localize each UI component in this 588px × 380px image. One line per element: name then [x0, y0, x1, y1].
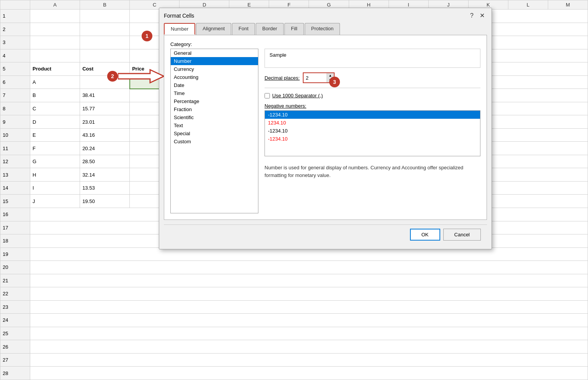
corner-header — [0, 0, 30, 10]
tab-font[interactable]: Font — [232, 23, 255, 35]
cell-rest-28[interactable] — [30, 367, 588, 380]
negative-option-2[interactable]: 1234.10 — [265, 119, 480, 127]
category-date[interactable]: Date — [171, 81, 258, 89]
dialog-help-button[interactable]: ? — [468, 11, 476, 20]
category-accounting[interactable]: Accounting — [171, 73, 258, 81]
row-14-header: 14 — [0, 181, 30, 195]
cell-a1[interactable] — [30, 10, 80, 23]
col-b-header[interactable]: B — [80, 0, 130, 10]
row-9-header: 9 — [0, 115, 30, 129]
row-20-header: 20 — [0, 261, 30, 274]
cell-b4[interactable] — [80, 49, 130, 62]
row-13-header: 13 — [0, 168, 30, 182]
cell-b9[interactable]: 23.01 — [80, 115, 130, 129]
cell-a13[interactable]: H — [30, 168, 80, 182]
separator-checkbox[interactable] — [265, 93, 270, 98]
cell-b15[interactable]: 19.50 — [80, 195, 130, 208]
cell-b10[interactable]: 43.16 — [80, 128, 130, 142]
row-6-header: 6 — [0, 75, 30, 89]
category-list-container[interactable]: General Number Currency Accounting Date … — [170, 49, 258, 213]
row-28-header: 28 — [0, 367, 30, 380]
tab-border[interactable]: Border — [256, 23, 284, 35]
step-1-annotation: 1 — [142, 31, 152, 41]
tab-alignment[interactable]: Alignment — [196, 23, 231, 35]
cell-a5[interactable]: Product — [30, 62, 80, 76]
row-15-header: 15 — [0, 195, 30, 208]
cell-b2[interactable] — [80, 23, 130, 36]
row-21-header: 21 — [0, 274, 30, 287]
tab-number[interactable]: Number — [164, 23, 195, 35]
col-m-header[interactable]: M — [548, 0, 588, 10]
cell-rest-23[interactable] — [30, 300, 588, 314]
cell-b14[interactable]: 13.53 — [80, 181, 130, 195]
cell-b8[interactable]: 15.77 — [80, 102, 130, 115]
separator-label[interactable]: Use 1000 Separator (,) — [272, 93, 323, 98]
cell-rest-27[interactable] — [30, 353, 588, 367]
decimal-places-label: Decimal places: — [265, 75, 300, 81]
negative-option-1[interactable]: -1234.10 — [265, 111, 480, 119]
separator-checkbox-row: Use 1000 Separator (,) — [265, 93, 480, 98]
decimal-places-input[interactable] — [304, 73, 327, 82]
category-fraction[interactable]: Fraction — [171, 105, 258, 113]
dialog-title: Format Cells — [164, 13, 194, 19]
cell-a3[interactable] — [30, 36, 80, 49]
row-18-header: 18 — [0, 234, 30, 248]
negative-list-container[interactable]: -1234.10 1234.10 -1234.10 -1234.10 — [265, 110, 480, 156]
negative-list: -1234.10 1234.10 -1234.10 -1234.10 — [265, 111, 480, 143]
cell-a15[interactable]: J — [30, 195, 80, 208]
category-currency[interactable]: Currency — [171, 65, 258, 73]
cancel-button[interactable]: Cancel — [443, 229, 481, 241]
cell-b11[interactable]: 20.24 — [80, 142, 130, 155]
category-custom[interactable]: Custom — [171, 138, 258, 146]
row-19-header: 19 — [0, 247, 30, 261]
cell-a11[interactable]: F — [30, 142, 80, 155]
cell-b13[interactable]: 32.14 — [80, 168, 130, 182]
cell-b12[interactable]: 28.50 — [80, 155, 130, 168]
category-time[interactable]: Time — [171, 89, 258, 97]
cell-a2[interactable] — [30, 23, 80, 36]
cell-rest-21[interactable] — [30, 274, 588, 287]
col-l-header[interactable]: L — [508, 0, 548, 10]
tab-protection[interactable]: Protection — [305, 23, 340, 35]
decimal-row: Decimal places: ▲ ▼ — [265, 72, 480, 83]
dialog-body: Category: General Number Currency Accoun… — [164, 35, 487, 220]
cell-rest-26[interactable] — [30, 340, 588, 354]
category-percentage[interactable]: Percentage — [171, 97, 258, 105]
dialog-close-button[interactable]: ✕ — [477, 11, 487, 20]
arrow-annotation — [118, 68, 164, 84]
cell-b1[interactable] — [80, 10, 130, 23]
cell-a10[interactable]: E — [30, 128, 80, 142]
cell-a6[interactable]: A — [30, 75, 80, 89]
negative-option-3[interactable]: -1234.10 — [265, 127, 480, 135]
cell-rest-24[interactable] — [30, 314, 588, 327]
step-3-annotation: 3 — [329, 77, 340, 87]
row-22-header: 22 — [0, 287, 30, 301]
ok-button[interactable]: OK — [410, 229, 440, 241]
cell-b7[interactable]: 38.41 — [80, 89, 130, 102]
col-a-header[interactable]: A — [30, 0, 80, 10]
category-special[interactable]: Special — [171, 129, 258, 138]
cell-a12[interactable]: G — [30, 155, 80, 168]
cell-rest-20[interactable] — [30, 261, 588, 274]
cell-a8[interactable]: C — [30, 102, 80, 115]
row-1-header: 1 — [0, 10, 30, 23]
cell-b3[interactable] — [80, 36, 130, 49]
cell-rest-25[interactable] — [30, 327, 588, 340]
sample-label: Sample — [270, 52, 475, 58]
cell-rest-19[interactable] — [30, 247, 588, 261]
category-general[interactable]: General — [171, 49, 258, 57]
category-scientific[interactable]: Scientific — [171, 113, 258, 121]
cell-a4[interactable] — [30, 49, 80, 62]
cell-rest-22[interactable] — [30, 287, 588, 301]
category-text[interactable]: Text — [171, 121, 258, 129]
cell-a9[interactable]: D — [30, 115, 80, 129]
negative-option-4[interactable]: -1234.10 — [265, 135, 480, 143]
negative-numbers-label: Negative numbers: — [265, 103, 480, 109]
row-12-header: 12 — [0, 155, 30, 168]
dialog-controls: ? ✕ — [468, 11, 487, 20]
tab-fill[interactable]: Fill — [284, 23, 304, 35]
row-11-header: 11 — [0, 142, 30, 155]
category-number[interactable]: Number — [171, 57, 258, 65]
cell-a7[interactable]: B — [30, 89, 80, 102]
cell-a14[interactable]: I — [30, 181, 80, 195]
